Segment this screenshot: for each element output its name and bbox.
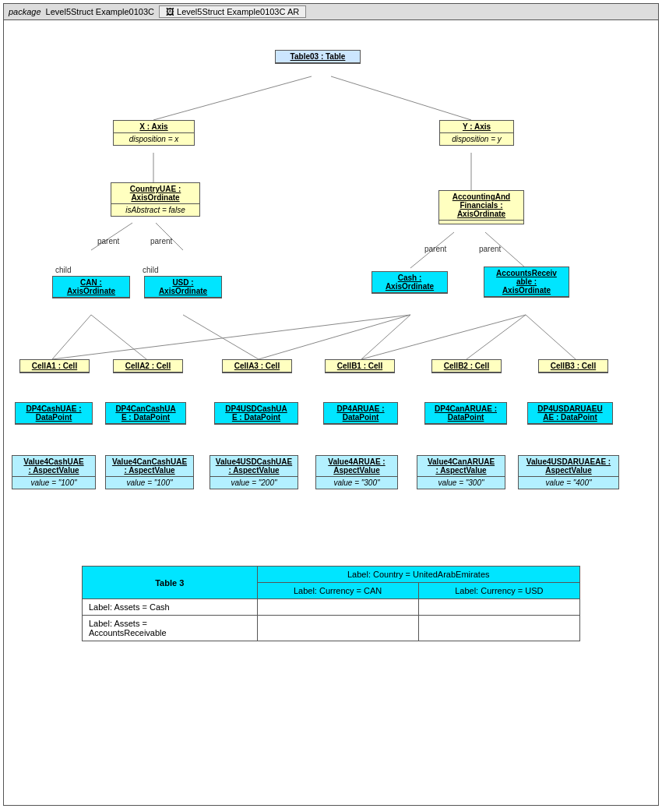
package-label: package	[9, 7, 41, 16]
table-row1-col2	[418, 599, 579, 616]
node-cellb1: CellB1 : Cell	[325, 359, 395, 373]
node-val4canaruae-title: Value4CanARUAE: AspectValue	[417, 456, 505, 477]
node-dp4cashuae: DP4CashUAE :DataPoint	[15, 402, 93, 425]
svg-line-15	[467, 315, 526, 359]
svg-line-10	[183, 315, 259, 359]
node-cash: Cash :AxisOrdinate	[371, 271, 448, 294]
node-y-axis-body: disposition = y	[440, 133, 513, 145]
node-cellb1-title: CellB1 : Cell	[326, 360, 394, 372]
node-accounting: AccountingAndFinancials :AxisOrdinate	[438, 190, 524, 224]
node-accounting-title: AccountingAndFinancials :AxisOrdinate	[439, 191, 523, 221]
svg-line-12	[259, 315, 410, 359]
main-container: package Level5Struct Example0103C 🖼 Leve…	[3, 3, 659, 806]
node-cellb2: CellB2 : Cell	[431, 359, 502, 373]
node-cellb3-title: CellB3 : Cell	[539, 360, 607, 372]
svg-line-0	[153, 76, 312, 120]
diagram-area: parent parent parent parent child child …	[4, 20, 658, 550]
node-val4cancashuae-title: Value4CanCashUAE: AspectValue	[106, 456, 193, 477]
node-dp4aruae: DP4ARUAE :DataPoint	[323, 402, 398, 425]
node-dp4aruae-title: DP4ARUAE :DataPoint	[324, 403, 397, 424]
node-x-axis-title: X : Axis	[114, 121, 194, 133]
node-val4aruae: Value4ARUAE :AspectValue value = "300"	[315, 455, 398, 489]
edge-label-child1: child	[55, 266, 72, 274]
node-can-title: CAN :AxisOrdinate	[53, 277, 129, 298]
node-val4canaruae-body: value = "300"	[417, 477, 505, 489]
table-title-cell: Table 3	[83, 567, 258, 599]
table-row2-col1	[257, 616, 418, 641]
table-row2-col2	[418, 616, 579, 641]
node-cellb2-title: CellB2 : Cell	[432, 360, 501, 372]
svg-line-1	[331, 76, 471, 120]
node-dp4cashuae-title: DP4CashUAE :DataPoint	[16, 403, 92, 424]
node-cella2: CellA2 : Cell	[113, 359, 183, 373]
node-x-axis-body: disposition = x	[114, 133, 194, 145]
node-dp4usdcashuae-title: DP4USDCashUAE : DataPoint	[215, 403, 298, 424]
node-val4aruae-title: Value4ARUAE :AspectValue	[316, 456, 397, 477]
node-usd: USD :AxisOrdinate	[144, 276, 222, 298]
node-val4usdaruaeae: Value4USDARUAEAE :AspectValue value = "4…	[518, 455, 619, 489]
node-accounts-receivable: AccountsReceivable :AxisOrdinate	[484, 267, 569, 298]
table-col-header1: Label: Currency = CAN	[257, 583, 418, 599]
edge-label-parent3: parent	[424, 245, 446, 253]
node-val4cashuae-title: Value4CashUAE: AspectValue	[12, 456, 95, 477]
node-val4usdcashuae-body: value = "200"	[210, 477, 298, 489]
node-ar-title: AccountsReceivable :AxisOrdinate	[484, 267, 569, 297]
node-cellb3: CellB3 : Cell	[538, 359, 608, 373]
node-val4usdaruaeae-body: value = "400"	[519, 477, 618, 489]
node-val4cancashuae: Value4CanCashUAE: AspectValue value = "1…	[105, 455, 194, 489]
node-cella1: CellA1 : Cell	[19, 359, 90, 373]
node-dp4cancashuae: DP4CanCashUAE : DataPoint	[105, 402, 186, 425]
edge-label-parent2: parent	[150, 237, 172, 245]
node-accounting-body	[439, 221, 523, 224]
table-col-header2: Label: Currency = USD	[418, 583, 579, 599]
edge-label-parent1: parent	[97, 237, 119, 245]
svg-line-16	[526, 315, 576, 359]
node-x-axis: X : Axis disposition = x	[113, 120, 195, 146]
node-val4cashuae: Value4CashUAE: AspectValue value = "100"	[12, 455, 96, 489]
tab-label: Level5Struct Example0103C AR	[177, 7, 299, 16]
node-table03: Table03 : Table	[275, 50, 361, 64]
svg-line-9	[91, 315, 146, 359]
tab-button[interactable]: 🖼 Level5Struct Example0103C AR	[159, 5, 306, 18]
node-val4cancashuae-body: value = "100"	[106, 477, 193, 489]
node-y-axis: Y : Axis disposition = y	[439, 120, 514, 146]
svg-line-13	[361, 315, 410, 359]
node-y-axis-title: Y : Axis	[440, 121, 513, 133]
node-dp4usdaruaeae: DP4USDARUAEUAE : DataPoint	[527, 402, 613, 425]
table-row2-label: Label: Assets = AccountsReceivable	[83, 616, 258, 641]
table-col-header-main: Label: Country = UnitedArabEmirates	[257, 567, 580, 583]
node-cella1-title: CellA1 : Cell	[20, 360, 89, 372]
node-val4canaruae: Value4CanARUAE: AspectValue value = "300…	[417, 455, 505, 489]
svg-line-8	[52, 315, 91, 359]
node-table03-title: Table03 : Table	[276, 51, 360, 63]
edge-label-child2: child	[143, 266, 159, 274]
node-country-uae: CountryUAE :AxisOrdinate isAbstract = fa…	[111, 182, 200, 217]
node-dp4usdaruaeae-title: DP4USDARUAEUAE : DataPoint	[528, 403, 612, 424]
node-val4cashuae-body: value = "100"	[12, 477, 95, 489]
node-cash-title: Cash :AxisOrdinate	[372, 272, 447, 293]
node-dp4canaruae: DP4CanARUAE :DataPoint	[424, 402, 507, 425]
node-cella3: CellA3 : Cell	[222, 359, 292, 373]
node-dp4canaruae-title: DP4CanARUAE :DataPoint	[425, 403, 506, 424]
table-row1-col1	[257, 599, 418, 616]
node-val4usdaruaeae-title: Value4USDARUAEAE :AspectValue	[519, 456, 618, 477]
svg-line-14	[361, 315, 526, 359]
bottom-table-section: Table 3 Label: Country = UnitedArabEmira…	[4, 550, 658, 657]
node-cella2-title: CellA2 : Cell	[114, 360, 182, 372]
node-dp4usdcashuae: DP4USDCashUAE : DataPoint	[214, 402, 298, 425]
node-country-uae-title: CountryUAE :AxisOrdinate	[111, 183, 199, 204]
node-val4usdcashuae: Value4USDCashUAE: AspectValue value = "2…	[210, 455, 298, 489]
svg-line-11	[52, 315, 410, 359]
node-val4usdcashuae-title: Value4USDCashUAE: AspectValue	[210, 456, 298, 477]
node-val4aruae-body: value = "300"	[316, 477, 397, 489]
node-usd-title: USD :AxisOrdinate	[145, 277, 221, 298]
data-table: Table 3 Label: Country = UnitedArabEmira…	[82, 566, 580, 641]
node-dp4cancashuae-title: DP4CanCashUAE : DataPoint	[106, 403, 185, 424]
table-row1-label: Label: Assets = Cash	[83, 599, 258, 616]
node-country-uae-body: isAbstract = false	[111, 204, 199, 216]
edge-label-parent4: parent	[479, 245, 501, 253]
package-title: Level5Struct Example0103C	[46, 7, 154, 16]
node-can: CAN :AxisOrdinate	[52, 276, 130, 298]
package-header: package Level5Struct Example0103C 🖼 Leve…	[4, 4, 658, 20]
tab-icon: 🖼	[166, 7, 174, 16]
